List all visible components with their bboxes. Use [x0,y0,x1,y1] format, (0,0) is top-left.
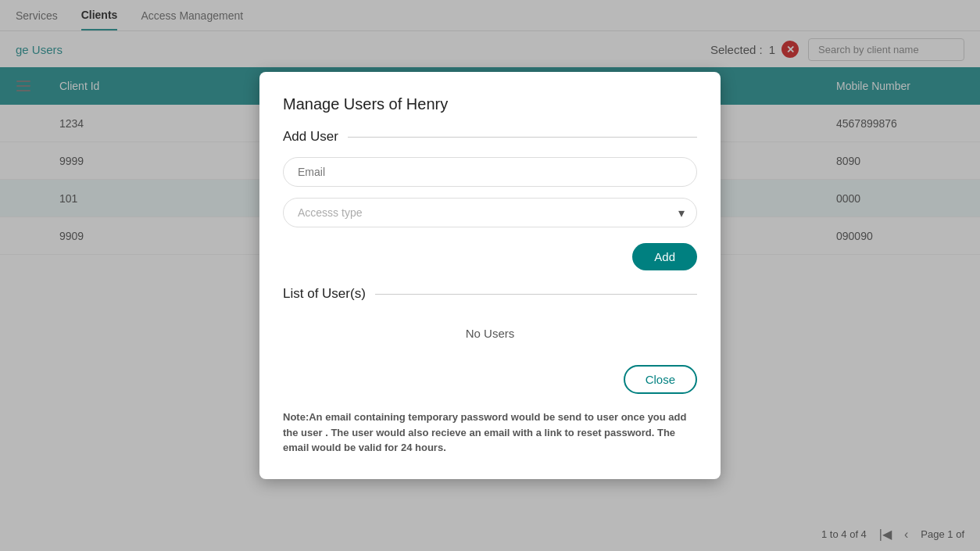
list-users-section-header: List of User(s) [283,286,697,302]
modal-overlay: Manage Users of Henry Add User Accesss t… [0,0,980,551]
close-button[interactable]: Close [624,365,697,394]
access-type-wrapper: Accesss type ▾ [283,198,697,227]
section-divider [348,137,697,138]
modal-title: Manage Users of Henry [283,95,697,113]
close-button-row: Close [283,365,697,394]
no-users-text: No Users [283,314,697,352]
modal: Manage Users of Henry Add User Accesss t… [259,72,721,479]
list-of-users-section: List of User(s) No Users [283,286,697,352]
note-text: Note:An email containing temporary passw… [283,410,697,456]
add-button-row: Add [283,243,697,270]
email-field[interactable] [283,157,697,187]
add-user-section-header: Add User [283,129,697,145]
section-divider [375,294,697,295]
add-user-section-title: Add User [283,129,338,145]
add-user-button[interactable]: Add [632,243,697,270]
list-users-section-title: List of User(s) [283,286,366,302]
access-type-select[interactable]: Accesss type [283,198,697,227]
